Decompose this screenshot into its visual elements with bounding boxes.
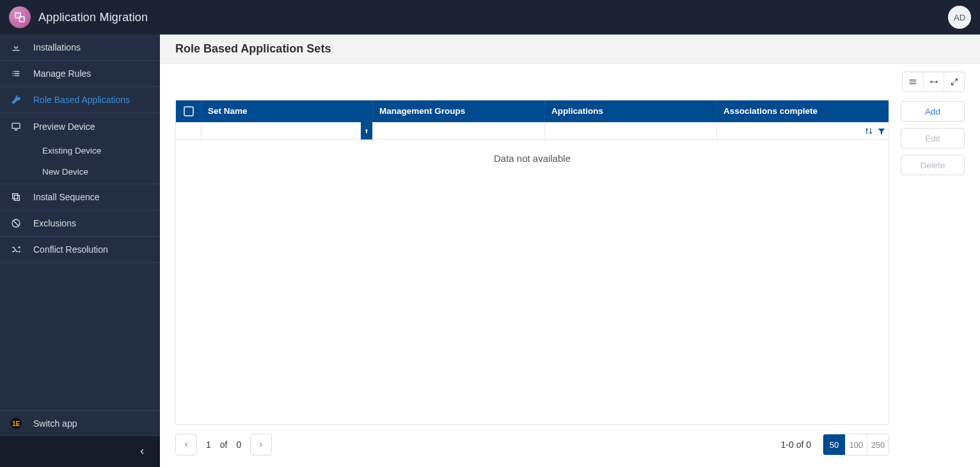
table-filter-row — [176, 122, 889, 140]
sidebar-item-label: Exclusions — [33, 218, 76, 228]
row-range: 1-0 of 0 — [781, 439, 811, 450]
switch-app-button[interactable]: 1E Switch app — [0, 410, 160, 436]
sidebar-item-label: Installations — [33, 42, 81, 52]
list-icon — [10, 68, 22, 79]
ban-icon — [10, 218, 22, 228]
sidebar: Installations Manage Rules Role Based Ap… — [0, 35, 160, 467]
add-button[interactable]: Add — [901, 101, 965, 122]
page-size-selector: 50 100 250 — [823, 434, 889, 455]
shuffle-icon — [10, 244, 22, 255]
prev-page-button[interactable] — [175, 434, 197, 455]
sort-icon[interactable] — [864, 127, 873, 136]
sort-set-name-button[interactable] — [361, 122, 372, 139]
column-associations[interactable]: Associations complete — [717, 100, 889, 122]
delete-button[interactable]: Delete — [901, 155, 965, 175]
sidebar-item-label: Manage Rules — [33, 68, 91, 79]
svg-rect-3 — [14, 195, 19, 200]
chevron-left-icon — [138, 448, 146, 455]
user-avatar[interactable]: AD — [948, 6, 971, 29]
arrow-up-icon — [363, 128, 370, 134]
data-table: Set Name Management Groups Applications … — [175, 100, 889, 425]
sidebar-item-install-sequence[interactable]: Install Sequence — [0, 184, 160, 210]
column-management-groups[interactable]: Management Groups — [373, 100, 545, 122]
of-label: of — [220, 439, 228, 450]
empty-state-message: Data not available — [494, 153, 571, 164]
svg-rect-2 — [12, 123, 20, 128]
svg-rect-4 — [13, 194, 18, 199]
next-page-button[interactable] — [250, 434, 272, 455]
sidebar-item-new-device[interactable]: New Device — [0, 161, 160, 184]
page-size-250[interactable]: 250 — [867, 434, 889, 455]
pagination: 1 of 0 1-0 of 0 50 100 250 — [175, 425, 889, 455]
switch-app-label: Switch app — [33, 418, 77, 429]
sidebar-item-existing-device[interactable]: Existing Device — [0, 139, 160, 161]
download-icon — [10, 42, 22, 52]
sidebar-item-label: Conflict Resolution — [33, 244, 108, 255]
page-size-50[interactable]: 50 — [823, 434, 845, 455]
table-body: Data not available — [176, 140, 889, 424]
edit-button[interactable]: Edit — [901, 128, 965, 148]
sidebar-item-installations[interactable]: Installations — [0, 35, 160, 61]
app-logo — [9, 6, 31, 28]
monitor-icon — [10, 122, 22, 132]
current-page: 1 — [206, 439, 211, 450]
switch-app-icon: 1E — [10, 418, 22, 429]
sidebar-item-preview-device[interactable]: Preview Device — [0, 113, 160, 139]
filter-icon[interactable] — [877, 127, 886, 136]
page-title: Role Based Application Sets — [160, 35, 980, 64]
sidebar-item-manage-rules[interactable]: Manage Rules — [0, 61, 160, 87]
top-bar: Application Migration AD — [0, 0, 980, 35]
app-title: Application Migration — [38, 11, 148, 24]
sidebar-item-role-based-applications[interactable]: Role Based Applications — [0, 87, 160, 113]
collapse-sidebar-button[interactable] — [0, 436, 160, 467]
column-applications[interactable]: Applications — [545, 100, 717, 122]
table-toolbar — [175, 72, 965, 92]
sidebar-item-label: Existing Device — [42, 146, 101, 155]
table-header: Set Name Management Groups Applications … — [176, 100, 889, 122]
sidebar-item-label: Install Sequence — [33, 192, 100, 202]
wrench-icon — [10, 95, 22, 105]
sidebar-item-conflict-resolution[interactable]: Conflict Resolution — [0, 237, 160, 263]
sidebar-item-label: Role Based Applications — [33, 95, 130, 105]
page-size-100[interactable]: 100 — [845, 434, 867, 455]
select-all-cell — [176, 100, 202, 122]
sidebar-item-label: New Device — [42, 167, 88, 177]
copy-icon — [10, 192, 22, 202]
column-set-name[interactable]: Set Name — [202, 100, 373, 122]
sidebar-item-exclusions[interactable]: Exclusions — [0, 210, 160, 237]
chevron-left-icon — [183, 441, 189, 448]
chevron-right-icon — [258, 441, 264, 448]
total-pages: 0 — [236, 439, 241, 450]
sidebar-item-label: Preview Device — [33, 122, 95, 132]
main-content: Role Based Application Sets — [160, 35, 980, 467]
select-all-checkbox[interactable] — [184, 106, 194, 116]
